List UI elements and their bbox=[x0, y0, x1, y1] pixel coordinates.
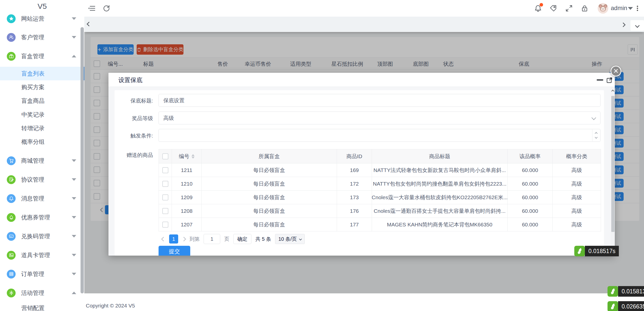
chevron-down-icon bbox=[72, 17, 76, 20]
floor-title-input[interactable] bbox=[159, 94, 600, 107]
sidebar-item-agreements[interactable]: 协议管理 bbox=[0, 175, 84, 184]
sidebar-item-coupons[interactable]: 优惠券管理 bbox=[0, 213, 84, 222]
sidebar-item-orders[interactable]: 订单管理 bbox=[0, 269, 84, 279]
modal-close-button[interactable]: ✕ bbox=[611, 66, 621, 77]
sidebar-subitem-blindbox-list[interactable]: 盲盒列表 bbox=[0, 67, 84, 80]
sidebar-item-label: 优惠券管理 bbox=[21, 214, 50, 221]
perf-badge: 0.015813s bbox=[608, 286, 644, 297]
sidebar-subitem-label: 购买方案 bbox=[21, 83, 45, 91]
sidebar-item-redeem-codes[interactable]: 兑换码管理 bbox=[0, 231, 84, 241]
cell-product-title: NATTY法式轻奢包包女新款复古马鞍包时尚小众单肩斜... bbox=[372, 163, 508, 177]
sidebar-item-activities[interactable]: 活动管理 bbox=[0, 288, 84, 298]
chevron-down-icon bbox=[72, 159, 76, 162]
row-checkbox[interactable] bbox=[162, 222, 168, 228]
sidebar-item-label: 消息管理 bbox=[21, 195, 44, 202]
cell-category: 高级 bbox=[553, 163, 601, 177]
sort-icons[interactable] bbox=[192, 154, 195, 159]
scroll-up-icon[interactable] bbox=[611, 88, 615, 94]
sidebar-item-blindbox[interactable]: 盲盒管理 bbox=[0, 51, 84, 61]
cell-probability: 60.000 bbox=[508, 191, 553, 204]
sidebar-item-customers[interactable]: 客户管理 bbox=[0, 32, 84, 42]
tag-icon[interactable] bbox=[549, 4, 558, 13]
chevron-down-icon bbox=[72, 178, 76, 181]
prev-page-icon[interactable] bbox=[161, 237, 166, 241]
sidebar-item-mall[interactable]: 商城管理 bbox=[0, 156, 84, 165]
chevron-down-icon bbox=[72, 273, 76, 275]
sidebar-subitem-label: 营销配置 bbox=[21, 304, 45, 311]
submit-button[interactable]: 提交 bbox=[159, 246, 190, 256]
sidebar-subitem-label: 转增记录 bbox=[21, 124, 45, 132]
row-checkbox[interactable] bbox=[162, 208, 168, 214]
lock-icon[interactable] bbox=[580, 4, 589, 13]
username[interactable]: admin bbox=[611, 5, 627, 12]
number-spinner[interactable] bbox=[592, 129, 600, 141]
tabs-menu-button[interactable] bbox=[630, 20, 644, 31]
cell-id: 1211 bbox=[172, 163, 202, 177]
prop-card-icon bbox=[7, 251, 16, 260]
sidebar-subitem-marketing-config[interactable]: 营销配置 bbox=[0, 301, 84, 311]
page-1-button[interactable]: 1 bbox=[169, 234, 178, 244]
scrollbar-thumb[interactable] bbox=[611, 96, 615, 232]
row-checkbox[interactable] bbox=[162, 181, 168, 187]
sidebar-subitem-transfer-records[interactable]: 转增记录 bbox=[0, 121, 84, 135]
col-header-id[interactable]: 编号 bbox=[172, 149, 202, 163]
total-count: 共 5 条 bbox=[255, 236, 271, 243]
sidebar-item-messages[interactable]: 消息管理 bbox=[0, 194, 84, 203]
goto-page-input[interactable]: 1 bbox=[204, 234, 220, 244]
modal-scrollbar[interactable] bbox=[611, 87, 615, 256]
table-row: 1208 每日必领盲盒 176 Cnoles蔻一通勤百搭女士手提包大容量单肩包时… bbox=[159, 204, 601, 218]
prize-level-label: 奖品等级 bbox=[115, 115, 153, 122]
chevron-down-icon bbox=[72, 235, 76, 237]
sidebar-subitem-label: 盲盒列表 bbox=[21, 70, 45, 78]
row-checkbox[interactable] bbox=[162, 194, 168, 200]
sidebar-subitem-winning-records[interactable]: 中奖记录 bbox=[0, 108, 84, 121]
prize-level-select[interactable]: 高级 bbox=[159, 112, 600, 124]
cell-category: 高级 bbox=[553, 218, 601, 231]
cell-product-id: 173 bbox=[337, 191, 372, 204]
cell-box: 每日必领盲盒 bbox=[202, 191, 337, 204]
sidebar-item-label: 网站运营 bbox=[21, 15, 44, 23]
cell-box: 每日必领盲盒 bbox=[202, 177, 337, 190]
sidebar-scrollbar[interactable] bbox=[81, 27, 84, 293]
notification-dot bbox=[540, 3, 543, 7]
col-header-probability: 该品概率 bbox=[508, 149, 553, 163]
chevron-down-icon bbox=[72, 36, 76, 39]
user-chevron-down-icon[interactable] bbox=[628, 7, 633, 10]
trigger-condition-input[interactable] bbox=[159, 129, 600, 142]
page-size-select[interactable]: 10 条/页 bbox=[275, 234, 305, 244]
cell-probability: 60.000 bbox=[508, 163, 553, 177]
maximize-icon[interactable] bbox=[606, 77, 613, 83]
sidebar-item-site-ops[interactable]: 网站运营 bbox=[0, 14, 84, 23]
agreement-icon bbox=[7, 175, 16, 184]
select-all-checkbox[interactable] bbox=[162, 153, 168, 159]
sidebar-subitem-blindbox-goods[interactable]: 盲盒商品 bbox=[0, 94, 84, 108]
refresh-icon[interactable] bbox=[102, 4, 111, 13]
chevron-down-icon bbox=[635, 23, 639, 28]
gift-products-label: 赠送的商品 bbox=[115, 152, 153, 159]
minimize-icon[interactable] bbox=[597, 79, 603, 81]
trigger-condition-label: 触发条件: bbox=[115, 132, 153, 139]
tabs-scroll-left-icon[interactable] bbox=[87, 22, 91, 26]
perf-time: 0.015813s bbox=[618, 286, 644, 297]
kebab-menu-icon[interactable] bbox=[633, 4, 642, 13]
fullscreen-icon[interactable] bbox=[564, 4, 574, 13]
avatar[interactable] bbox=[598, 3, 608, 14]
cell-product-title: NATTY包包女包时尚简约撞色翻盖单肩包女斜挎包2223... bbox=[372, 177, 508, 190]
orders-icon bbox=[7, 270, 16, 279]
prize-level-value: 高级 bbox=[163, 115, 174, 122]
sidebar-item-prop-cards[interactable]: 道具卡管理 bbox=[0, 250, 84, 260]
sidebar-subitem-probability-groups[interactable]: 概率分组 bbox=[0, 135, 84, 149]
menu-fold-icon[interactable] bbox=[87, 4, 96, 13]
row-checkbox[interactable] bbox=[162, 167, 168, 173]
notification-bell-icon[interactable] bbox=[534, 4, 543, 13]
perf-badge: 0.018517s bbox=[574, 246, 619, 256]
sidebar-subitem-purchase-plan[interactable]: 购买方案 bbox=[0, 80, 84, 94]
spinner-up-icon[interactable] bbox=[595, 132, 597, 135]
goto-confirm-button[interactable]: 确定 bbox=[233, 234, 251, 244]
goto-suffix: 页 bbox=[224, 236, 229, 243]
perf-leaf-icon bbox=[574, 246, 585, 256]
spinner-down-icon[interactable] bbox=[595, 136, 597, 139]
next-page-icon[interactable] bbox=[181, 237, 186, 241]
sidebar-subitem-label: 盲盒商品 bbox=[21, 97, 45, 105]
cell-probability: 60.000 bbox=[508, 177, 553, 190]
